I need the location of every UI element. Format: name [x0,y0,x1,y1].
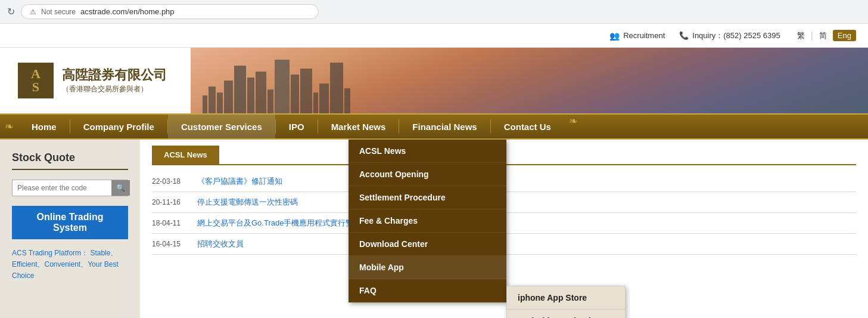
company-name-area: 高陞證券有限公司 （香港聯合交易所參與者） [62,67,167,94]
news-tab-acsl[interactable]: ACSL News [152,146,219,164]
news-date-2: 20-11-16 [152,198,188,206]
dropdown-item-mobile-app[interactable]: Mobile App [349,256,506,279]
logo-box: A S [18,63,54,98]
news-link-1[interactable]: 《客戶協議書》修訂通知 [197,176,282,187]
company-name-zh: 高陞證券有限公司 [62,67,167,84]
nav-left-ornament: ❧ [0,115,18,138]
sub-dropdown-iphone-app-store[interactable]: iphone App Store [507,286,625,310]
stock-search-bar: 🔍 [12,180,128,196]
nav-bar: ❧ Home Company Profile Customer Services… [0,113,868,140]
dropdown-item-settlement-procedure[interactable]: Settlement Procedure [349,186,506,209]
mobile-app-sub-dropdown: iphone App Store Android Google Play [506,286,626,318]
header-banner: A S 高陞證券有限公司 （香港聯合交易所參與者） [0,48,868,113]
nav-item-customer-services[interactable]: Customer Services [168,115,275,138]
dropdown-item-acsl-news[interactable]: ACSL News [349,140,506,163]
online-trading-button[interactable]: Online Trading System [12,206,128,239]
acs-platform-text: ACS Trading Platform： Stable、Efficient、C… [12,248,128,282]
nav-item-contact-us[interactable]: Contact Us [491,115,564,138]
nav-item-company-profile[interactable]: Company Profile [70,115,167,138]
inquiry-info: Inquiry：(852) 2525 6395 [679,30,780,41]
lang-simp-button[interactable]: 简 [817,29,829,42]
lang-eng-button[interactable]: Eng [833,30,856,41]
nav-right-fill: ❧ [564,115,868,138]
phone-icon [679,31,689,40]
language-switcher: 繁 | 简 Eng [795,29,856,42]
inquiry-label: Inquiry：(852) 2525 6395 [692,30,780,41]
main-content: Stock Quote 🔍 Online Trading System ACS … [0,140,868,318]
left-sidebar: Stock Quote 🔍 Online Trading System ACS … [0,140,140,318]
stock-search-input[interactable] [13,180,111,196]
lang-trad-button[interactable]: 繁 [795,29,807,42]
not-secure-label: Not secure [41,8,76,16]
people-icon [609,31,620,41]
dropdown-item-download-center[interactable]: Download Center [349,233,506,256]
top-bar: Recruitment Inquiry：(852) 2525 6395 繁 | … [0,24,868,48]
customer-services-dropdown: ACSL News Account Opening Settlement Pro… [349,140,506,302]
stock-quote-title: Stock Quote [12,152,128,170]
banner-image [191,48,868,113]
browser-back-icon[interactable]: ↻ [7,6,15,17]
nav-item-ipo[interactable]: IPO [276,115,318,138]
news-date-3: 18-04-11 [152,219,188,227]
news-date-4: 16-04-15 [152,240,188,248]
nav-right-ornament: ❧ [564,115,868,128]
dropdown-item-faq[interactable]: FAQ [349,279,506,302]
logo-letters: A S [31,67,41,94]
browser-url[interactable]: acstrade.com/en/home.php [80,7,175,16]
nav-item-home[interactable]: Home [18,115,70,138]
nav-item-market-news[interactable]: Market News [318,115,399,138]
logo-area: A S 高陞證券有限公司 （香港聯合交易所參與者） [0,48,191,113]
dropdown-item-account-opening[interactable]: Account Opening [349,163,506,186]
recruitment-label: Recruitment [623,31,665,40]
not-secure-icon: ⚠ [30,8,36,16]
news-link-4[interactable]: 招聘交收文員 [197,239,244,249]
sub-dropdown-android-google-play[interactable]: Android Google Play [507,310,625,318]
nav-item-financial-news[interactable]: Financial News [399,115,490,138]
news-link-2[interactable]: 停止支援電郵傳送一次性密碼 [197,197,298,208]
news-date-1: 22-03-18 [152,177,188,186]
recruitment-link[interactable]: Recruitment [609,31,665,41]
stock-search-button[interactable]: 🔍 [111,180,130,196]
company-sub-zh: （香港聯合交易所參與者） [62,84,167,94]
dropdown-item-fee-charges[interactable]: Fee & Charges [349,209,506,233]
search-icon: 🔍 [116,184,125,192]
skyline [191,60,868,113]
